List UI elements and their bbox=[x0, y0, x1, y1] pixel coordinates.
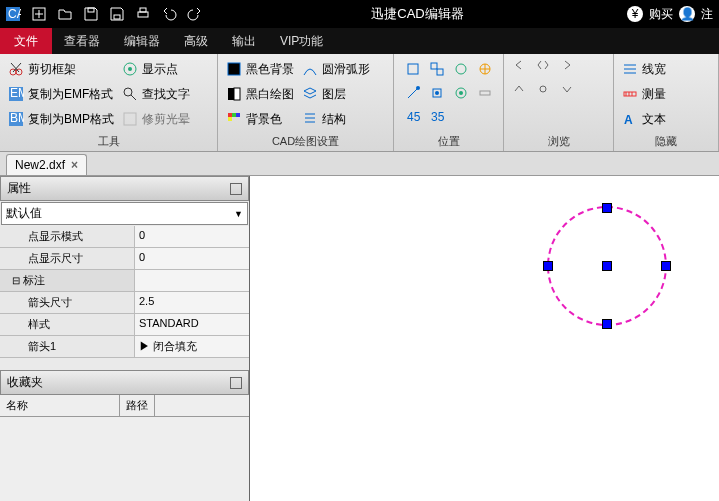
linewidth-button[interactable]: 线宽 bbox=[622, 58, 666, 80]
copy-bmp-button[interactable]: BMP复制为BMP格式 bbox=[8, 108, 114, 130]
pos-icon-8[interactable] bbox=[474, 82, 496, 104]
bg-color-button[interactable]: 背景色 bbox=[226, 108, 294, 130]
menu-vip[interactable]: VIP功能 bbox=[268, 29, 335, 54]
prop-category[interactable]: 标注 bbox=[0, 270, 135, 291]
app-icon: CAD bbox=[0, 0, 26, 28]
nav-center-icon[interactable] bbox=[536, 82, 558, 104]
svg-rect-4 bbox=[114, 15, 120, 19]
nav-left-icon[interactable] bbox=[512, 58, 534, 80]
favorites-header: 收藏夹 bbox=[0, 370, 249, 395]
drawing-canvas[interactable] bbox=[250, 176, 719, 501]
grip-left[interactable] bbox=[543, 261, 553, 271]
prop-value[interactable]: STANDARD bbox=[135, 314, 249, 335]
svg-rect-3 bbox=[88, 8, 94, 12]
svg-rect-19 bbox=[234, 88, 240, 100]
grip-center[interactable] bbox=[602, 261, 612, 271]
redo-icon[interactable] bbox=[182, 0, 208, 28]
login-link[interactable]: 注 bbox=[701, 6, 713, 23]
svg-text:CAD: CAD bbox=[8, 7, 21, 21]
fav-col-name[interactable]: 名称 bbox=[0, 395, 120, 416]
svg-point-15 bbox=[124, 88, 132, 96]
user-icon[interactable]: 👤 bbox=[679, 6, 695, 22]
svg-rect-23 bbox=[228, 117, 232, 121]
layer-button[interactable]: 图层 bbox=[302, 83, 370, 105]
pos-icon-6[interactable] bbox=[426, 82, 448, 104]
new-icon[interactable] bbox=[26, 0, 52, 28]
dropdown-arrow-icon: ▼ bbox=[234, 209, 243, 219]
pos-icon-5[interactable] bbox=[402, 82, 424, 104]
nav-up-icon[interactable] bbox=[512, 82, 534, 104]
pin-icon[interactable] bbox=[230, 377, 242, 389]
svg-rect-20 bbox=[228, 113, 232, 117]
copy-emf-button[interactable]: EMF复制为EMF格式 bbox=[8, 83, 114, 105]
saveas-icon[interactable] bbox=[104, 0, 130, 28]
svg-rect-6 bbox=[140, 8, 146, 12]
pos-icon-7[interactable] bbox=[450, 82, 472, 104]
pos-icon-10[interactable]: 35° bbox=[426, 106, 448, 128]
default-combo[interactable]: 默认值▼ bbox=[1, 202, 248, 225]
pos-icon-9[interactable]: 45° bbox=[402, 106, 424, 128]
measure-button[interactable]: 测量 bbox=[622, 83, 666, 105]
pos-icon-1[interactable] bbox=[402, 58, 424, 80]
struct-button[interactable]: 结构 bbox=[302, 108, 370, 130]
svg-rect-25 bbox=[431, 63, 437, 69]
tab-name: New2.dxf bbox=[15, 158, 65, 172]
clip-frame-button[interactable]: 剪切框架 bbox=[8, 58, 114, 80]
app-title: 迅捷CAD编辑器 bbox=[208, 5, 627, 23]
show-point-button[interactable]: 显示点 bbox=[122, 58, 190, 80]
prop-label: 箭头尺寸 bbox=[0, 292, 135, 313]
document-tab[interactable]: New2.dxf × bbox=[6, 154, 87, 175]
find-text-button[interactable]: 查找文字 bbox=[122, 83, 190, 105]
open-icon[interactable] bbox=[52, 0, 78, 28]
pin-icon[interactable] bbox=[230, 183, 242, 195]
menu-advanced[interactable]: 高级 bbox=[172, 29, 220, 54]
svg-rect-5 bbox=[138, 12, 148, 17]
group-browse-label: 浏览 bbox=[512, 132, 605, 149]
svg-text:45°: 45° bbox=[407, 110, 420, 124]
pos-icon-3[interactable] bbox=[450, 58, 472, 80]
svg-point-37 bbox=[540, 86, 546, 92]
save-icon[interactable] bbox=[78, 0, 104, 28]
grip-top[interactable] bbox=[602, 203, 612, 213]
pos-icon-4[interactable] bbox=[474, 58, 496, 80]
text-button[interactable]: A文本 bbox=[622, 108, 666, 130]
pos-icon-2[interactable] bbox=[426, 58, 448, 80]
nav-both-icon[interactable] bbox=[536, 58, 558, 80]
prop-value[interactable]: ▶ 闭合填充 bbox=[135, 336, 249, 357]
smooth-arc-button[interactable]: 圆滑弧形 bbox=[302, 58, 370, 80]
svg-rect-21 bbox=[232, 113, 236, 117]
svg-point-14 bbox=[128, 67, 132, 71]
svg-rect-26 bbox=[437, 69, 443, 75]
menu-output[interactable]: 输出 bbox=[220, 29, 268, 54]
menu-viewer[interactable]: 查看器 bbox=[52, 29, 112, 54]
grip-bottom[interactable] bbox=[602, 319, 612, 329]
group-pos-label: 位置 bbox=[402, 132, 495, 149]
currency-icon[interactable]: ¥ bbox=[627, 6, 643, 22]
svg-text:EMF: EMF bbox=[10, 86, 24, 100]
prop-value[interactable]: 0 bbox=[135, 226, 249, 247]
prop-label: 点显示尺寸 bbox=[0, 248, 135, 269]
fav-col-path[interactable]: 路径 bbox=[120, 395, 155, 416]
svg-rect-17 bbox=[228, 63, 240, 75]
tab-close-icon[interactable]: × bbox=[71, 158, 78, 172]
grip-right[interactable] bbox=[661, 261, 671, 271]
svg-text:35°: 35° bbox=[431, 110, 444, 124]
svg-point-27 bbox=[456, 64, 466, 74]
nav-down-icon[interactable] bbox=[560, 82, 582, 104]
prop-value[interactable]: 2.5 bbox=[135, 292, 249, 313]
print-icon[interactable] bbox=[130, 0, 156, 28]
trim-halo-button[interactable]: 修剪光晕 bbox=[122, 108, 190, 130]
undo-icon[interactable] bbox=[156, 0, 182, 28]
svg-text:BMP: BMP bbox=[10, 111, 24, 125]
buy-link[interactable]: 购买 bbox=[649, 6, 673, 23]
prop-label: 箭头1 bbox=[0, 336, 135, 357]
prop-label: 样式 bbox=[0, 314, 135, 335]
bw-draw-button[interactable]: 黑白绘图 bbox=[226, 83, 294, 105]
menu-file[interactable]: 文件 bbox=[0, 28, 52, 54]
svg-rect-34 bbox=[480, 91, 490, 95]
svg-text:A: A bbox=[624, 113, 633, 127]
menu-editor[interactable]: 编辑器 bbox=[112, 29, 172, 54]
prop-value[interactable]: 0 bbox=[135, 248, 249, 269]
black-bg-button[interactable]: 黑色背景 bbox=[226, 58, 294, 80]
nav-right-icon[interactable] bbox=[560, 58, 582, 80]
